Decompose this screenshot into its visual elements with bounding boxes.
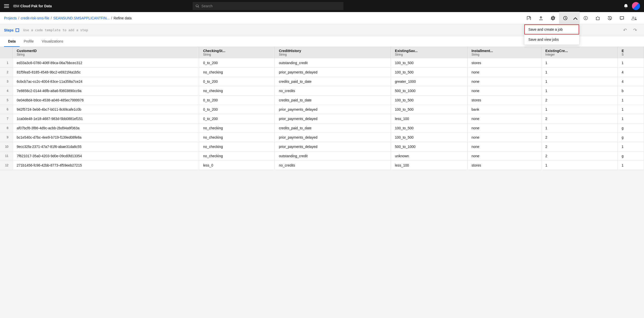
save-create-job-item[interactable]: Save and create a job xyxy=(524,24,579,34)
cell-credithistory: credits_paid_to_date xyxy=(275,77,391,86)
cell-existingsav: 100_to_500 xyxy=(391,105,468,114)
table-row: 2 81f5fea5-8185-4548-9bc2-e6921f4a1b5c n… xyxy=(0,68,644,77)
cell-existingsav: greater_1000 xyxy=(391,77,468,86)
table-wrapper: CustomerIDString CheckingSt...String Cre… xyxy=(0,47,644,170)
table-row: 8 af07bcf6-3f86-4d9c-acbb-2bd94a9f363a n… xyxy=(0,124,644,133)
connections-icon xyxy=(595,16,600,21)
table-body: 1 ed33a3c6-0780-406f-89ca-06a7bbcec312 0… xyxy=(0,58,644,170)
cell-customerid: ed33a3c6-0780-406f-89ca-06a7bbcec312 xyxy=(13,58,199,68)
cell-existingcre: 1 xyxy=(541,77,617,86)
table-row: 9 bc1e540c-d7bc-4ee9-b719-f139ed08fe8a n… xyxy=(0,133,644,142)
save-button[interactable] xyxy=(523,12,535,24)
comment-icon xyxy=(619,16,624,21)
svg-rect-1 xyxy=(4,6,9,6)
users-button[interactable] xyxy=(628,12,640,24)
cell-rownum: 9 xyxy=(0,133,13,142)
cell-rownum: 11 xyxy=(0,151,13,161)
cell-customerid: 81f5fea5-8185-4548-9bc2-e6921f4a1b5c xyxy=(13,68,199,77)
breadcrumb-sep-2: / xyxy=(51,16,52,20)
cell-customerid: 6cbcb7ac-cc2c-4004-83ce-11a358a7ce24 xyxy=(13,77,199,86)
cell-credithistory: no_credits xyxy=(275,161,391,170)
breadcrumb-projects[interactable]: Projects xyxy=(4,16,17,20)
col-header-customerid: CustomerIDString xyxy=(13,47,199,58)
save-view-jobs-item[interactable]: Save and view jobs xyxy=(524,34,579,45)
cell-existingsav: 100_to_500 xyxy=(391,133,468,142)
history-button[interactable] xyxy=(604,12,616,24)
save-dropdown-icon-button[interactable] xyxy=(559,12,571,24)
undo-button[interactable]: ↶ xyxy=(620,25,630,35)
cell-customerid: af07bcf6-3f86-4d9c-acbb-2bd94a9f363a xyxy=(13,124,199,133)
cell-checkingst: no_checking xyxy=(199,68,275,77)
cell-credithistory: prior_payments_delayed xyxy=(275,114,391,124)
cell-extra: 1 xyxy=(618,114,644,124)
cell-credithistory: outstanding_credit xyxy=(275,58,391,68)
cell-existingsav: less_100 xyxy=(391,161,468,170)
cell-checkingst: no_checking xyxy=(199,133,275,142)
save-icon xyxy=(526,16,531,21)
notifications-button[interactable] xyxy=(621,1,631,11)
cell-installment: stores xyxy=(467,58,541,68)
cell-extra: 1 xyxy=(618,58,644,68)
steps-text: Steps xyxy=(4,28,14,32)
cell-checkingst: no_checking xyxy=(199,124,275,133)
breadcrumb-sep-1: / xyxy=(18,16,19,20)
cell-installment: none xyxy=(467,77,541,86)
col-header-installment: Installment...String xyxy=(467,47,541,58)
breadcrumb-file[interactable]: credit-risk-sms-file xyxy=(21,16,49,20)
col-header-existingcre: ExistingCre...Integer xyxy=(541,47,617,58)
cell-installment: none xyxy=(467,151,541,161)
cell-extra: b xyxy=(618,86,644,96)
comments-button[interactable] xyxy=(616,12,628,24)
cell-credithistory: prior_payments_delayed xyxy=(275,105,391,114)
cell-rownum: 1 xyxy=(0,58,13,68)
tab-data[interactable]: Data xyxy=(4,36,20,47)
cell-customerid: bc1e540c-d7bc-4ee9-b719-f139ed08fe8a xyxy=(13,133,199,142)
info-button[interactable] xyxy=(580,12,592,24)
table-header-row: CustomerIDString CheckingSt...String Cre… xyxy=(0,47,644,58)
breadcrumb-table[interactable]: SEANSUND.SMSAPPLICANTFIN... xyxy=(53,16,110,20)
search-bar[interactable] xyxy=(193,2,343,10)
table-row: 1 ed33a3c6-0780-406f-89ca-06a7bbcec312 0… xyxy=(0,58,644,68)
connections-button[interactable] xyxy=(592,12,604,24)
cell-existingcre: 1 xyxy=(541,161,617,170)
cell-installment: none xyxy=(467,142,541,151)
settings-icon xyxy=(550,16,556,21)
breadcrumb-sep-3: / xyxy=(111,16,112,20)
cell-existingsav: 100_to_500 xyxy=(391,68,468,77)
avatar[interactable] xyxy=(632,2,640,10)
settings-button[interactable] xyxy=(547,12,559,24)
cell-extra: 1 xyxy=(618,142,644,151)
code-template-hint: Use a code template to add a step xyxy=(23,28,88,32)
cell-customerid: 7f621017-35a0-4203-9d0e-09cd0fd13354 xyxy=(13,151,199,161)
steps-label[interactable]: Steps xyxy=(4,28,19,32)
data-table: CustomerIDString CheckingSt...String Cre… xyxy=(0,47,644,170)
cell-credithistory: credits_paid_to_date xyxy=(275,124,391,133)
cell-existingsav: 100_to_500 xyxy=(391,58,468,68)
save-dropdown-menu: Save and create a job Save and view jobs xyxy=(524,24,579,45)
cell-existingcre: 1 xyxy=(541,124,617,133)
cell-existingcre: 2 xyxy=(541,151,617,161)
cell-rownum: 7 xyxy=(0,114,13,124)
cell-customerid: 0e04d8d4-b9ce-4538-a046-485ec7999976 xyxy=(13,96,199,105)
breadcrumb: Projects / credit-risk-sms-file / SEANSU… xyxy=(4,16,131,20)
table-row: 6 942f5724-3eb6-4bc7-b011-8c69cafe1c0b 0… xyxy=(0,105,644,114)
hamburger-menu[interactable] xyxy=(4,4,9,9)
cell-checkingst: no_checking xyxy=(199,142,275,151)
undo-redo: ↶ ↷ xyxy=(620,25,640,35)
svg-rect-2 xyxy=(4,7,9,8)
cell-credithistory: credits_paid_to_date xyxy=(275,96,391,105)
cell-checkingst: no_checking xyxy=(199,86,275,96)
cell-checkingst: 0_to_200 xyxy=(199,58,275,68)
cell-installment: none xyxy=(467,114,541,124)
redo-button[interactable]: ↷ xyxy=(630,25,640,35)
cell-rownum: 5 xyxy=(0,96,13,105)
tab-visualizations[interactable]: Visualizations xyxy=(38,36,67,47)
users-icon xyxy=(631,16,636,21)
save-dropdown-chevron[interactable] xyxy=(571,12,579,24)
tab-profile[interactable]: Profile xyxy=(20,36,38,47)
cell-existingcre: 2 xyxy=(541,96,617,105)
cell-extra: g xyxy=(618,124,644,133)
upload-button[interactable] xyxy=(535,12,547,24)
search-input[interactable] xyxy=(201,4,340,8)
cell-rownum: 10 xyxy=(0,142,13,151)
